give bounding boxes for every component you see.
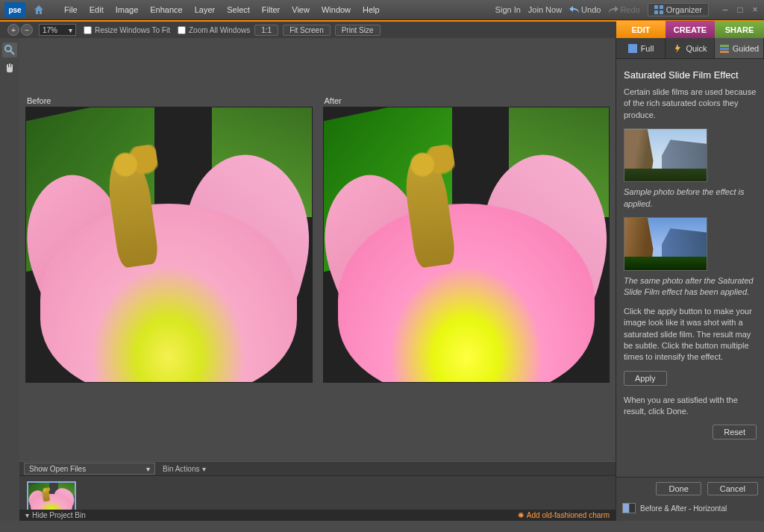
toolstrip [0, 38, 19, 521]
zoom-all-windows-checkbox[interactable]: Zoom All Windows [178, 26, 250, 34]
menubar: pse File Edit Image Enhance Layer Select… [0, 0, 764, 20]
sample-after [624, 217, 707, 271]
maximize-icon[interactable]: □ [736, 4, 745, 15]
after-image[interactable] [323, 107, 610, 383]
menu-items: File Edit Image Enhance Layer Select Fil… [58, 0, 386, 20]
menu-window[interactable]: Window [316, 0, 357, 20]
status-bar: ▾Hide Project Bin ✺Add old-fashioned cha… [19, 510, 616, 521]
hide-project-bin[interactable]: ▾Hide Project Bin [25, 511, 86, 519]
zoom-out-button[interactable]: − [21, 24, 33, 36]
after-label: After [323, 96, 610, 105]
menu-edit[interactable]: Edit [84, 0, 110, 20]
app-logo: pse [4, 2, 25, 17]
done-button[interactable]: Done [656, 482, 701, 495]
collapse-icon: ▾ [25, 511, 29, 519]
before-image[interactable] [25, 107, 313, 383]
guided-icon [719, 43, 730, 54]
svg-rect-6 [628, 44, 637, 53]
resize-windows-checkbox[interactable]: Resize Windows To Fit [84, 26, 170, 34]
hand-tool[interactable] [2, 60, 17, 75]
panel-instructions: Click the apply button to make your imag… [624, 306, 757, 363]
sparkle-icon: ✺ [518, 511, 524, 519]
home-icon[interactable] [28, 1, 49, 18]
close-icon[interactable]: × [751, 4, 760, 15]
panel-content: Saturated Slide Film Effect Certain slid… [616, 59, 764, 477]
organizer-button[interactable]: Organizer [648, 3, 709, 16]
panel-description: Certain slide films are used because of … [624, 87, 757, 121]
subtab-guided[interactable]: Guided [715, 38, 764, 58]
chevron-down-icon: ▾ [69, 26, 72, 34]
canvas-area: Before After Show Open Files▾ Bin Action… [19, 38, 616, 521]
tab-share[interactable]: SHARE [715, 21, 764, 39]
before-after-horizontal-icon [622, 503, 636, 513]
bin-files-dropdown[interactable]: Show Open Files▾ [24, 463, 155, 475]
undo-button[interactable]: Undo [569, 5, 601, 14]
one-to-one-button[interactable]: 1:1 [254, 25, 278, 36]
signin-link[interactable]: Sign In [495, 5, 521, 14]
reset-button[interactable]: Reset [713, 425, 757, 439]
apply-button[interactable]: Apply [624, 371, 667, 386]
chevron-down-icon: ▾ [146, 465, 150, 473]
menu-image[interactable]: Image [110, 0, 145, 20]
joinnow-link[interactable]: Join Now [528, 5, 562, 14]
svg-rect-3 [660, 10, 663, 14]
fit-screen-button[interactable]: Fit Screen [283, 25, 331, 36]
right-panel: Full Quick Guided Saturated Slide Film E… [616, 38, 764, 521]
panel-footer: Done Cancel Before & After - Horizontal [616, 477, 764, 521]
options-bar: + − 17%▾ Resize Windows To Fit Zoom All … [0, 20, 764, 38]
svg-line-5 [10, 51, 14, 54]
svg-rect-0 [654, 5, 658, 9]
sample-before [624, 128, 707, 182]
print-size-button[interactable]: Print Size [335, 25, 381, 36]
menu-help[interactable]: Help [357, 0, 386, 20]
svg-rect-9 [720, 51, 729, 53]
redo-icon [608, 6, 619, 13]
redo-button[interactable]: Redo [608, 5, 639, 14]
minimize-icon[interactable]: – [721, 4, 730, 15]
sample-before-caption: Sample photo before the effect is applie… [624, 187, 757, 210]
menu-file[interactable]: File [58, 0, 84, 20]
quick-icon [672, 43, 683, 54]
organizer-icon [654, 5, 663, 14]
tab-create[interactable]: CREATE [666, 21, 715, 39]
before-label: Before [25, 96, 313, 105]
svg-rect-2 [654, 10, 658, 14]
status-tip: ✺Add old-fashioned charm [518, 511, 610, 519]
tab-edit[interactable]: EDIT [616, 21, 666, 39]
subtab-full[interactable]: Full [616, 38, 666, 58]
menu-view[interactable]: View [286, 0, 316, 20]
svg-point-4 [5, 46, 11, 51]
panel-instructions-2: When you are satisfied with the result, … [624, 395, 757, 418]
undo-icon [569, 6, 580, 13]
bin-header: Show Open Files▾ Bin Actions▾ [19, 461, 616, 476]
menu-select[interactable]: Select [221, 0, 256, 20]
svg-rect-8 [720, 48, 729, 50]
chevron-down-icon: ▾ [202, 465, 206, 473]
zoom-percent-field[interactable]: 17%▾ [39, 24, 76, 36]
cancel-button[interactable]: Cancel [707, 482, 758, 495]
svg-rect-7 [720, 45, 729, 47]
menu-filter[interactable]: Filter [256, 0, 286, 20]
sample-after-caption: The same photo after the Saturated Slide… [624, 275, 757, 298]
menu-enhance[interactable]: Enhance [144, 0, 188, 20]
zoom-in-button[interactable]: + [7, 24, 19, 36]
svg-rect-1 [660, 5, 663, 9]
menu-layer[interactable]: Layer [189, 0, 222, 20]
view-mode-selector[interactable]: Before & After - Horizontal [622, 503, 758, 513]
zoom-tool[interactable] [2, 43, 17, 57]
full-icon [627, 43, 638, 54]
panel-title: Saturated Slide Film Effect [624, 69, 757, 81]
subtab-quick[interactable]: Quick [666, 38, 715, 58]
bin-actions-dropdown[interactable]: Bin Actions▾ [163, 465, 206, 473]
